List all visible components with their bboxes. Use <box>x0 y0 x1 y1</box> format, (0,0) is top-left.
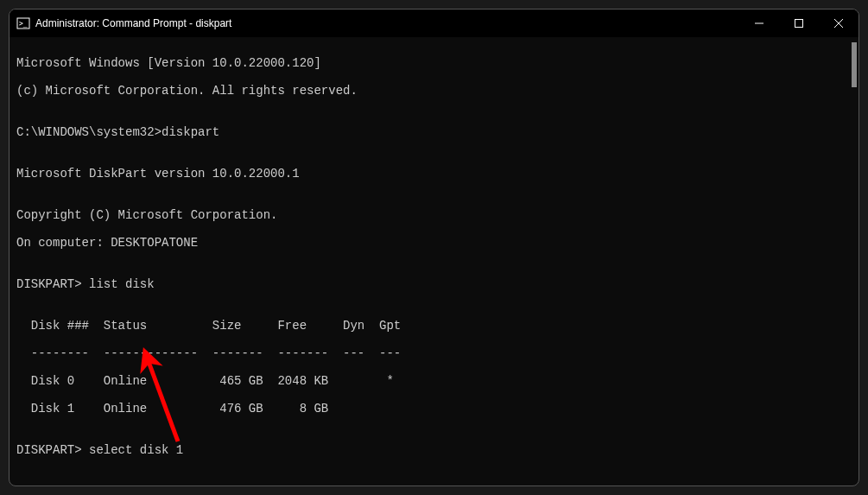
terminal-line: Disk 1 is now the selected disk. <box>16 485 852 485</box>
titlebar[interactable]: >_ Administrator: Command Prompt - diskp… <box>10 10 858 37</box>
terminal-line: DISKPART> list disk <box>16 277 852 291</box>
terminal-line: (c) Microsoft Corporation. All rights re… <box>16 84 852 98</box>
window-title: Administrator: Command Prompt - diskpart <box>35 17 739 29</box>
terminal-output[interactable]: Microsoft Windows [Version 10.0.22000.12… <box>10 37 858 485</box>
terminal-line: Copyright (C) Microsoft Corporation. <box>16 208 852 222</box>
terminal-line: Disk ### Status Size Free Dyn Gpt <box>16 319 852 333</box>
svg-text:>_: >_ <box>19 20 28 28</box>
terminal-line: On computer: DESKTOPATONE <box>16 236 852 250</box>
scrollbar-thumb[interactable] <box>852 42 857 87</box>
svg-rect-3 <box>795 20 803 28</box>
terminal-line: Microsoft Windows [Version 10.0.22000.12… <box>16 56 852 70</box>
command-prompt-window: >_ Administrator: Command Prompt - diskp… <box>9 9 859 486</box>
cmd-icon: >_ <box>16 16 30 30</box>
close-button[interactable] <box>819 10 858 37</box>
window-controls <box>739 10 858 37</box>
terminal-line: DISKPART> select disk 1 <box>16 443 852 457</box>
maximize-button[interactable] <box>779 10 819 37</box>
terminal-line: Disk 0 Online 465 GB 2048 KB * <box>16 374 852 388</box>
minimize-button[interactable] <box>739 10 779 37</box>
terminal-line: Disk 1 Online 476 GB 8 GB <box>16 402 852 416</box>
terminal-line: -------- ------------- ------- ------- -… <box>16 346 852 360</box>
terminal-line: Microsoft DiskPart version 10.0.22000.1 <box>16 167 852 181</box>
terminal-line: C:\WINDOWS\system32>diskpart <box>16 125 852 139</box>
